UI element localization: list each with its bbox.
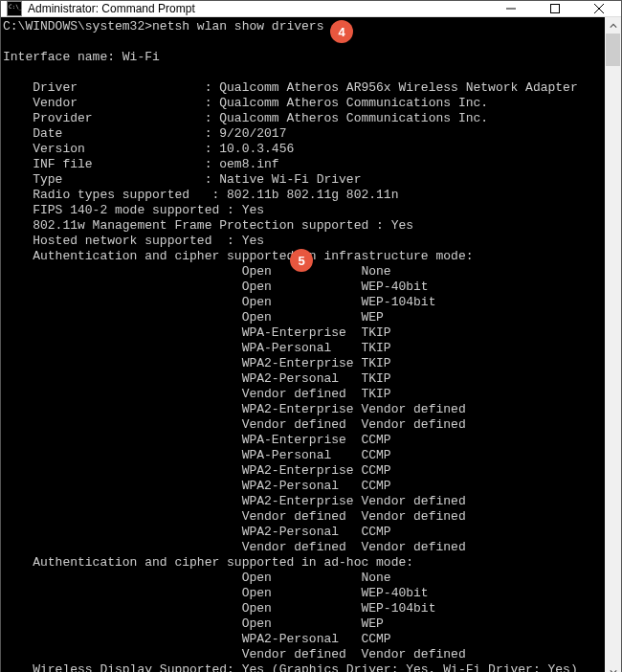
- svg-rect-1: [551, 5, 560, 13]
- scroll-track[interactable]: [605, 34, 621, 663]
- titlebar[interactable]: Administrator: Command Prompt: [1, 1, 621, 17]
- close-button[interactable]: [577, 1, 621, 16]
- annotation-badge-4: 4: [330, 20, 353, 43]
- window-controls: [489, 1, 621, 16]
- terminal-output[interactable]: C:\WINDOWS\system32>netsh wlan show driv…: [1, 17, 605, 672]
- close-icon: [594, 4, 604, 13]
- chevron-down-icon: [610, 668, 617, 673]
- minimize-button[interactable]: [489, 1, 533, 16]
- content-area: C:\WINDOWS\system32>netsh wlan show driv…: [1, 17, 621, 672]
- cmd-icon: [7, 1, 22, 16]
- chevron-up-icon: [610, 22, 617, 30]
- maximize-button[interactable]: [533, 1, 577, 16]
- scroll-down-button[interactable]: [605, 663, 621, 672]
- scroll-up-button[interactable]: [605, 17, 621, 34]
- vertical-scrollbar[interactable]: [605, 17, 621, 672]
- scroll-thumb[interactable]: [606, 34, 620, 66]
- window-title: Administrator: Command Prompt: [28, 2, 489, 15]
- annotation-badge-5: 5: [290, 249, 313, 272]
- command-prompt-window: Administrator: Command Prompt C:\WINDOWS…: [0, 0, 622, 672]
- maximize-icon: [550, 4, 560, 13]
- minimize-icon: [506, 4, 516, 13]
